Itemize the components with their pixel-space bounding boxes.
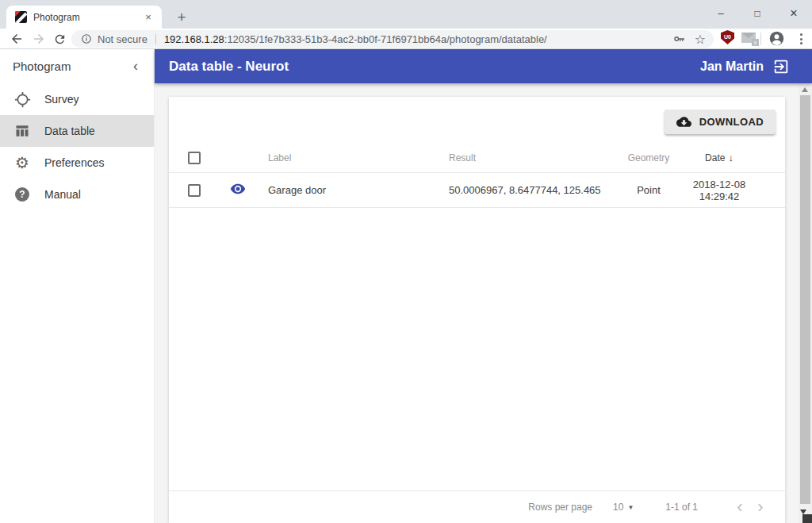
- previous-page-button[interactable]: ‹: [730, 498, 750, 516]
- forward-icon[interactable]: [30, 30, 48, 48]
- column-header-geometry[interactable]: Geometry: [625, 152, 672, 163]
- rows-per-page-value: 10: [613, 502, 623, 513]
- rows-per-page-label: Rows per page: [528, 502, 592, 513]
- logout-icon[interactable]: [772, 58, 790, 75]
- ublock-extension-icon[interactable]: U0: [721, 30, 734, 44]
- table-pagination: Rows per page 10 ▼ 1-1 of 1 ‹ ›: [169, 490, 785, 523]
- mail-extension-icon[interactable]: x: [741, 30, 756, 43]
- scrollbar-up-arrow-icon[interactable]: [802, 87, 808, 92]
- data-table-card: DOWNLOAD Label Result Geometry Date ↓: [169, 97, 785, 523]
- user-menu[interactable]: Jan Martin: [700, 58, 799, 75]
- scrollbar[interactable]: [799, 83, 812, 523]
- tab-strip: Photogram × + – □ ×: [0, 0, 812, 29]
- sidebar-item-manual[interactable]: ? Manual: [0, 179, 154, 210]
- sidebar-item-preferences[interactable]: ⚙ Preferences: [0, 147, 154, 179]
- next-page-button[interactable]: ›: [750, 498, 771, 516]
- row-checkbox[interactable]: [188, 184, 201, 197]
- maximize-button[interactable]: □: [739, 0, 776, 26]
- profile-avatar-icon[interactable]: [768, 30, 785, 50]
- window-controls: – □ ×: [703, 0, 812, 26]
- column-header-date[interactable]: Date ↓: [672, 152, 766, 163]
- tab-title: Photogram: [33, 12, 141, 23]
- back-icon[interactable]: [8, 30, 25, 48]
- sidebar-item-label: Survey: [44, 93, 79, 106]
- column-header-result[interactable]: Result: [442, 152, 625, 163]
- select-all-checkbox[interactable]: [188, 152, 201, 164]
- address-bar[interactable]: Not secure 192.168.1.28:12035/1fe7b333-5…: [71, 30, 714, 48]
- page-title: Data table - Neurot: [169, 59, 289, 75]
- download-button[interactable]: DOWNLOAD: [665, 110, 776, 134]
- survey-target-icon: [13, 90, 32, 109]
- user-name: Jan Martin: [700, 60, 764, 74]
- cell-date: 2018-12-08 14:29:42: [672, 179, 766, 202]
- sidebar-item-label: Preferences: [44, 156, 104, 169]
- download-label: DOWNLOAD: [699, 116, 764, 128]
- eye-icon: [230, 181, 246, 197]
- view-entry-button[interactable]: [201, 181, 262, 199]
- cloud-download-icon: [676, 114, 691, 129]
- photogram-favicon-icon: [15, 11, 27, 23]
- cell-label: Garage door: [262, 184, 442, 196]
- url-path: :12035/1fe7b333-51b3-4ac2-bb0f-71f6971bb…: [224, 33, 547, 45]
- cell-result: 50.0006967, 8.6477744, 125.465: [442, 184, 625, 196]
- info-icon[interactable]: [81, 33, 92, 44]
- browser-tab[interactable]: Photogram ×: [6, 6, 162, 29]
- sidebar: Photogram ‹ Survey Data table ⚙ Preferen…: [0, 49, 155, 523]
- card-toolbar: DOWNLOAD: [169, 97, 785, 143]
- dropdown-caret-icon: ▼: [627, 504, 634, 511]
- tab-close-icon[interactable]: ×: [141, 10, 155, 25]
- bookmark-star-icon[interactable]: ☆: [695, 32, 706, 47]
- mail-extension-badge: x: [752, 39, 759, 46]
- password-key-icon[interactable]: [672, 32, 687, 46]
- browser-window: Photogram × + – □ × Not secure 192.168.1…: [0, 0, 812, 523]
- help-icon: ?: [13, 185, 32, 204]
- column-header-label[interactable]: Label: [262, 152, 442, 163]
- url-divider: [155, 34, 156, 44]
- gear-icon: ⚙: [13, 153, 32, 172]
- scrollbar-thumb[interactable]: [800, 95, 810, 504]
- minimize-button[interactable]: –: [703, 0, 739, 26]
- sidebar-item-survey[interactable]: Survey: [0, 83, 154, 115]
- close-button[interactable]: ×: [776, 0, 812, 26]
- url-host: 192.168.1.28: [164, 33, 224, 45]
- security-status: Not secure: [98, 33, 147, 45]
- sidebar-collapse-icon[interactable]: ‹: [133, 58, 138, 75]
- table-icon: [13, 121, 32, 140]
- table-row[interactable]: Garage door 50.0006967, 8.6477744, 125.4…: [169, 173, 785, 208]
- sidebar-header: Photogram ‹: [0, 49, 154, 83]
- cell-geometry: Point: [625, 184, 672, 196]
- reload-icon[interactable]: [51, 30, 68, 48]
- new-tab-button[interactable]: +: [171, 7, 192, 28]
- main-content: DOWNLOAD Label Result Geometry Date ↓: [155, 83, 812, 523]
- toolbar-separator: [760, 33, 761, 45]
- sort-down-icon: ↓: [728, 152, 733, 163]
- table-header-row: Label Result Geometry Date ↓: [169, 143, 785, 173]
- sidebar-item-label: Manual: [44, 188, 81, 201]
- rows-per-page-select[interactable]: 10 ▼: [613, 502, 634, 513]
- app-name: Photogram: [13, 60, 71, 73]
- pagination-range: 1-1 of 1: [665, 502, 698, 513]
- sidebar-item-label: Data table: [44, 125, 95, 137]
- browser-menu-icon[interactable]: [794, 32, 808, 46]
- sidebar-item-data-table[interactable]: Data table: [0, 115, 154, 147]
- app-header: Data table - Neurot Jan Martin: [155, 49, 812, 83]
- resize-corner: [802, 514, 812, 523]
